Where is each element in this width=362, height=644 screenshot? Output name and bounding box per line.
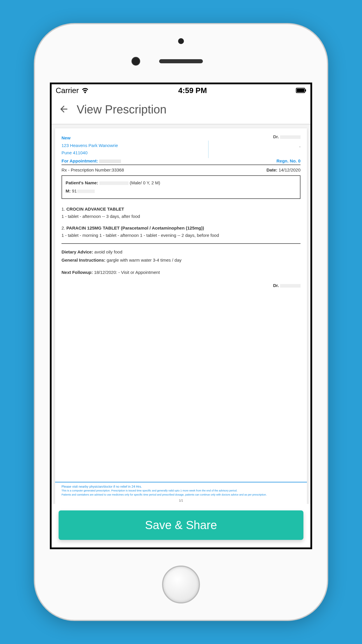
page-number: 1/1 (55, 498, 307, 504)
wifi-icon (81, 87, 89, 94)
med-2-index: 2. (61, 225, 65, 230)
rx-number: 33368 (112, 167, 124, 172)
status-time: 4:59 PM (178, 86, 207, 95)
signature-redacted (280, 284, 301, 288)
document-container[interactable]: New 123 Heavens Park Wanowrie Pune 41104… (52, 125, 310, 504)
prescription-page: New 123 Heavens Park Wanowrie Pune 41104… (55, 128, 307, 504)
battery-icon (296, 88, 306, 93)
clinic-address-2: Pune 411040 (61, 149, 118, 157)
med-2-dosage: 1 - tablet - morning 1 - tablet - aftern… (61, 232, 301, 239)
med-item-2: 2. PARACIN 125MG TABLET (Paracetamol / A… (61, 224, 301, 239)
doctor-prefix: Dr. (273, 134, 279, 139)
doctor-name-redacted (280, 135, 301, 139)
phone-bottom-bezel (162, 549, 200, 620)
phone-top-bezel (35, 24, 327, 83)
appointment-label: For Appointment: (61, 158, 98, 163)
save-share-button[interactable]: Save & Share (59, 510, 303, 540)
speaker-grille (159, 59, 203, 63)
footer-line-1: Please visit nearby physician/doctor if … (61, 484, 301, 489)
dietary-text: avoid oily food (94, 249, 122, 254)
header-vertical-separator (208, 141, 209, 158)
med-1-index: 1. (61, 206, 65, 211)
save-bar: Save & Share (52, 504, 310, 547)
home-button[interactable] (162, 566, 200, 603)
appointment-row: For Appointment: Regn. No. 0 (61, 158, 301, 163)
medications-list: 1. CROCIN ADVANCE TABLET 1 - tablet - af… (61, 205, 301, 244)
med-2-name: PARACIN 125MG TABLET (Paracetamol / Acet… (66, 225, 204, 230)
appointment-redacted (99, 160, 121, 163)
footer-line-2: This is a computer generated prescriptio… (61, 489, 301, 493)
clinic-address-1: 123 Heavens Park Wanowrie (61, 142, 118, 149)
rx-date: 14/12/2020 (279, 167, 301, 172)
followup-label: Next Followup: (61, 270, 93, 275)
patient-box: Patient's Name:(Male/ 0 Y, 2 M) M: 91 (61, 175, 301, 199)
mobile-label: M: (66, 188, 71, 193)
app-header: View Prescription (52, 97, 310, 125)
svg-rect-1 (297, 89, 304, 92)
doc-header: New 123 Heavens Park Wanowrie Pune 41104… (61, 134, 301, 165)
med-item-1: 1. CROCIN ADVANCE TABLET 1 - tablet - af… (61, 205, 301, 220)
instructions-text: gargle with warm water 3-4 times / day (107, 258, 182, 262)
rx-row: Rx - Prescription Number:33368 Date: 14/… (61, 165, 301, 175)
clinic-info: New 123 Heavens Park Wanowrie Pune 41104… (61, 134, 118, 157)
followup-block: Next Followup: 18/12/2020: - Visit or Ap… (61, 270, 301, 275)
status-left: Carrier (56, 86, 89, 95)
advice-block: Dietary Advice: avoid oily food General … (61, 248, 301, 265)
status-right (296, 88, 306, 93)
carrier-label: Carrier (56, 86, 79, 95)
med-1-dosage: 1 - tablet - afternoon -- 3 days, after … (61, 213, 301, 220)
patient-demographics: (Male/ 0 Y, 2 M) (130, 180, 160, 185)
back-arrow-icon[interactable] (59, 104, 69, 116)
patient-name-label: Patient's Name: (66, 180, 98, 185)
clinic-status: New (61, 134, 118, 142)
dietary-label: Dietary Advice: (61, 249, 93, 254)
mobile-prefix: 91 (72, 188, 77, 193)
doctor-name-top: Dr. - (273, 134, 301, 149)
regn-no: Regn. No. 0 (276, 158, 301, 163)
doc-body: New 123 Heavens Park Wanowrie Pune 41104… (55, 128, 307, 482)
status-bar: Carrier 4:59 PM (52, 84, 310, 97)
patient-name-redacted (99, 181, 129, 185)
svg-rect-2 (305, 89, 306, 92)
med-1-name: CROCIN ADVANCE TABLET (66, 206, 124, 211)
footer-line-3: Patients and caretakers are advised to u… (61, 493, 301, 497)
front-camera (131, 57, 140, 66)
signature-prefix: Dr. (273, 283, 279, 288)
instructions-label: General Instructions: (61, 258, 106, 262)
mobile-redacted (77, 190, 95, 193)
device-screen: Carrier 4:59 PM View Prescription (50, 83, 312, 549)
signature-block: Dr. (61, 283, 301, 288)
doc-footer: Please visit nearby physician/doctor if … (55, 482, 307, 498)
sensor-dot (178, 38, 184, 44)
rx-date-label: Date: (266, 167, 277, 172)
page-title: View Prescription (77, 103, 166, 116)
rx-number-label: Rx - Prescription Number: (61, 167, 112, 172)
followup-text: 18/12/2020: - Visit or Appointment (94, 270, 160, 275)
phone-frame: Carrier 4:59 PM View Prescription (34, 23, 328, 621)
